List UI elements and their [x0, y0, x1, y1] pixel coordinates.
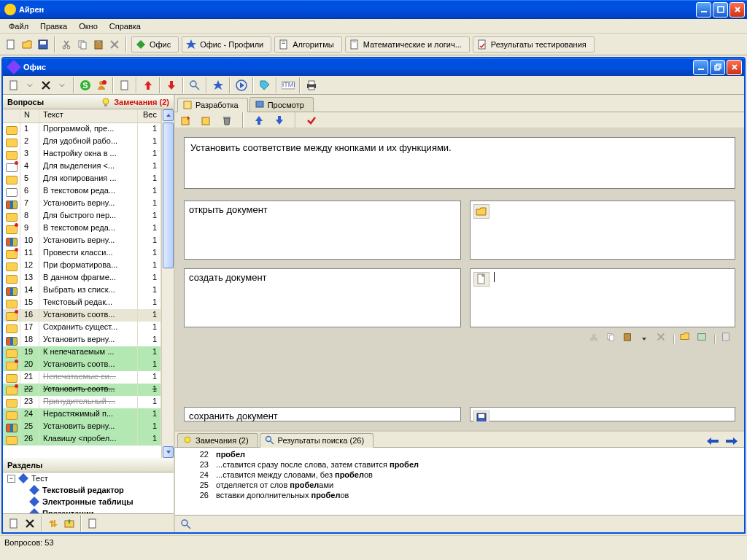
inner-close-button[interactable]: [727, 60, 742, 75]
list-item[interactable]: 26вставки дополнительных пробелов: [178, 490, 741, 500]
match-right-1[interactable]: [470, 201, 735, 260]
delete-section-icon[interactable]: [23, 517, 36, 530]
chevron-down-icon[interactable]: [23, 79, 36, 92]
arrow-up-icon[interactable]: [142, 79, 155, 92]
window-tab-algorithms[interactable]: Алгоритмы: [274, 36, 341, 52]
save-icon[interactable]: [36, 38, 50, 51]
scrollbar[interactable]: [161, 109, 174, 458]
scroll-down-icon[interactable]: [163, 446, 174, 458]
table-row[interactable]: 9 В текстовом реда... 1: [3, 222, 161, 235]
tree-root[interactable]: − Тест: [3, 472, 174, 484]
open-image-icon[interactable]: [678, 330, 692, 343]
table-row[interactable]: 6 В текстовом реда... 1: [3, 185, 161, 198]
prev-result-icon[interactable]: [705, 435, 720, 447]
table-row[interactable]: 19 К непечатаемым ... 1: [3, 346, 161, 359]
table-row[interactable]: 16 Установить соотв... 1: [3, 309, 161, 322]
tree-item[interactable]: Презентации: [3, 508, 174, 513]
copy-icon[interactable]: [604, 330, 617, 343]
tab-notes[interactable]: Замечания (2): [177, 433, 258, 447]
list-item[interactable]: 25отделяется от слов пробелами: [178, 480, 741, 490]
trash-icon[interactable]: [220, 114, 233, 127]
move-up-icon[interactable]: [47, 517, 60, 530]
maximize-button[interactable]: [713, 2, 728, 18]
tree-item[interactable]: Электронные таблицы: [3, 496, 174, 508]
tab-edit[interactable]: Разработка: [177, 98, 248, 112]
menu-help[interactable]: Справка: [104, 20, 147, 32]
table-row[interactable]: 18 Установить верну... 1: [3, 334, 161, 346]
window-tab-math[interactable]: Математические и логич...: [345, 36, 470, 52]
table-row[interactable]: 12 При форматирова... 1: [3, 260, 161, 272]
table-row[interactable]: 5 Для копирования ... 1: [3, 173, 161, 185]
list-item[interactable]: 23...ставится сразу после слова, затем с…: [178, 459, 741, 470]
cut-icon[interactable]: [60, 38, 73, 51]
star-icon[interactable]: [212, 79, 225, 92]
play-icon[interactable]: [235, 79, 248, 92]
print-icon[interactable]: [305, 79, 318, 92]
table-row[interactable]: 17 Сохранить сущест... 1: [3, 322, 161, 334]
add-item2-icon[interactable]: [200, 114, 213, 127]
tab-search-results[interactable]: Результаты поиска (26): [260, 433, 374, 448]
add-item-icon[interactable]: [179, 114, 193, 127]
scroll-up-icon[interactable]: [163, 109, 174, 121]
table-row[interactable]: 21 Непечатаемые си... 1: [3, 371, 161, 384]
down-arrow-blue-icon[interactable]: [273, 114, 286, 127]
doc-icon[interactable]: [118, 79, 131, 92]
table-row[interactable]: 13 В данном фрагме... 1: [3, 272, 161, 284]
chevron-down-icon[interactable]: [55, 79, 69, 92]
image-icon[interactable]: [695, 330, 708, 343]
tag-icon[interactable]: [258, 79, 271, 92]
next-result-icon[interactable]: [724, 435, 739, 447]
paste-icon[interactable]: [621, 330, 634, 343]
table-row[interactable]: 24 Нерастяжимый п... 1: [3, 408, 161, 421]
list-item[interactable]: 22пробел: [178, 449, 741, 459]
match-right-3[interactable]: [470, 407, 735, 421]
chevron-down-icon[interactable]: [638, 332, 651, 346]
table-row[interactable]: 7 Установить верну... 1: [3, 198, 161, 210]
move-into-icon[interactable]: [63, 517, 76, 530]
search-icon[interactable]: [188, 79, 201, 92]
table-row[interactable]: 25 Установить верну... 1: [3, 421, 161, 433]
table-row[interactable]: 8 Для быстрого пер... 1: [3, 210, 161, 222]
props-icon[interactable]: [719, 330, 732, 343]
close-button[interactable]: [729, 2, 745, 18]
table-row[interactable]: 10 Установить верну... 1: [3, 235, 161, 247]
check-icon[interactable]: [305, 114, 318, 127]
match-right-2[interactable]: [470, 268, 735, 327]
table-row[interactable]: 20 Установить соотв... 1: [3, 359, 161, 371]
table-row[interactable]: 3 Настройку окна в ... 1: [3, 148, 161, 160]
menu-edit[interactable]: Правка: [34, 20, 73, 32]
new-section-icon[interactable]: [7, 517, 20, 530]
new-icon[interactable]: [4, 38, 18, 51]
menu-window[interactable]: Окно: [73, 20, 104, 32]
scroll-thumb[interactable]: [163, 122, 174, 268]
tree-item[interactable]: Текстовый редактор: [3, 484, 174, 496]
open-icon[interactable]: [20, 38, 34, 51]
html-icon[interactable]: HTML: [282, 79, 295, 92]
question-text[interactable]: Установить соответствие между кнопками и…: [184, 137, 735, 189]
collapse-icon[interactable]: −: [7, 475, 15, 483]
match-left-2[interactable]: создать документ: [184, 268, 461, 327]
new-doc-icon[interactable]: [7, 79, 20, 92]
table-row[interactable]: 4 Для выделения <... 1: [3, 160, 161, 173]
menu-file[interactable]: Файл: [3, 20, 34, 32]
inner-minimize-button[interactable]: [693, 60, 708, 75]
table-row[interactable]: 14 Выбрать из списк... 1: [3, 284, 161, 297]
table-row[interactable]: 11 Провести класси... 1: [3, 247, 161, 260]
delete-icon[interactable]: [108, 38, 121, 51]
table-row[interactable]: 23 Принудительный ... 1: [3, 396, 161, 408]
list-item[interactable]: 24...ставится между словами, без пробело…: [178, 470, 741, 480]
window-tab-results[interactable]: Результаты тестирования: [473, 36, 595, 52]
match-left-1[interactable]: открыть документ: [184, 201, 461, 260]
cut-icon[interactable]: [587, 330, 600, 343]
window-tab-profiles[interactable]: Офис - Профили: [182, 36, 271, 52]
match-left-3[interactable]: сохранить документ: [184, 407, 461, 421]
copy-icon[interactable]: [76, 38, 89, 51]
search-icon[interactable]: [179, 518, 193, 531]
delete-icon[interactable]: [654, 330, 667, 343]
notes-count[interactable]: Замечания (2): [114, 98, 169, 106]
minimize-button[interactable]: [696, 2, 711, 18]
window-tab-office[interactable]: Офис: [131, 36, 179, 52]
tab-view[interactable]: Просмотр: [249, 97, 314, 112]
profile-icon[interactable]: [95, 79, 108, 92]
doc-options-icon[interactable]: [86, 517, 99, 530]
